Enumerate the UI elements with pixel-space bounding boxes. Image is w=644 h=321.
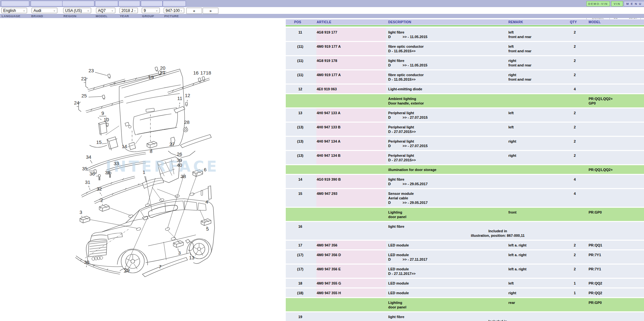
select-region[interactable]: USA (US)⌄ (63, 8, 91, 13)
part-row[interactable]: 124E0 919 063Light-emitting diode4 (286, 85, 644, 93)
callout-6[interactable]: 6 (204, 167, 207, 172)
article-number[interactable]: 4M0 947 355 G (317, 281, 341, 286)
part-row[interactable]: 114G8 919 177light fibreD >> - 11.05.201… (286, 28, 644, 41)
callout-2[interactable]: 2 (101, 197, 103, 203)
callout-35[interactable]: 35 (82, 166, 88, 171)
pos-cell: 15 (286, 191, 315, 196)
col-header-article: ARTICLE (317, 20, 331, 24)
group-row[interactable]: Lightingdoor panelfrontPR:GP0 (286, 208, 644, 221)
article-number[interactable]: 4M0 947 356 E (317, 267, 341, 271)
callout-27[interactable]: 27 (169, 141, 175, 147)
callout-1[interactable]: 1 (143, 169, 145, 175)
article-number[interactable]: 4H0 947 133 B (317, 125, 341, 129)
part-row[interactable]: (11)4G8 919 178light fibreD >> - 11.05.2… (286, 56, 644, 69)
callout-29[interactable]: 29 (124, 267, 130, 273)
select-model[interactable]: AQ7⌄ (96, 8, 115, 13)
prev-picture-button[interactable]: « (186, 8, 202, 14)
article-number[interactable]: 4M0 947 356 D (317, 253, 341, 257)
callout-8[interactable]: 8 (150, 148, 152, 154)
select-language[interactable]: English⌄ (1, 8, 27, 13)
callout-18[interactable]: 18 (206, 70, 211, 75)
part-row[interactable]: 134H0 947 133 APeripheral lightD >> - 27… (286, 108, 644, 122)
select-year[interactable]: 2018 J⌄ (120, 8, 138, 13)
callout-17[interactable]: 17 (200, 70, 206, 75)
part-row[interactable]: 174M0 947 356LED moduleleft a. right2PR:… (286, 241, 644, 249)
callout-10[interactable]: 10 (104, 117, 109, 122)
article-number[interactable]: 4M0 947 355 H (317, 291, 341, 295)
callout-28[interactable]: 28 (184, 119, 190, 125)
callout-4[interactable]: 4 (206, 199, 208, 205)
article-number[interactable]: 4E0 919 063 (317, 87, 337, 91)
part-row[interactable]: (11)4M0 919 177 Afibre optic conductorD … (286, 42, 644, 55)
article-number[interactable]: 4H0 947 133 A (317, 111, 341, 115)
callout-11[interactable]: 11 (177, 95, 182, 101)
header-divider-bar (286, 25, 644, 26)
description-cell: illumination for door storage (388, 167, 437, 172)
remark-cell: rightfront and rear (508, 73, 532, 82)
part-row[interactable]: (18)4M0 947 355 HLED moduleright1PR:QQ2 (286, 288, 644, 297)
callout-15[interactable]: 15 (96, 139, 102, 145)
callout-3[interactable]: 3 (178, 250, 181, 256)
callout-9[interactable]: 9 (101, 110, 104, 116)
callout-14[interactable]: 14 (122, 144, 127, 149)
part-row[interactable]: (13)4H0 947 134 APeripheral lightD >> - … (286, 137, 644, 150)
select-group[interactable]: 9⌄ (142, 8, 160, 13)
next-picture-button[interactable]: » (203, 8, 218, 14)
vin-button[interactable]: VIN (611, 1, 623, 6)
description-cell: light fibreD >> - 11.05.2015 (388, 30, 428, 39)
callout-16[interactable]: 16 (193, 70, 199, 75)
part-row[interactable]: (13)4H0 947 133 BPeripheral lightD - 27.… (286, 123, 644, 136)
callout-26[interactable]: 26 (177, 151, 182, 157)
part-row[interactable]: 144G0 919 390 Blight fibreD >> - 29.05.2… (286, 175, 644, 188)
part-row[interactable]: (17)4M0 947 356 DLED moduleD >> - 27.11.… (286, 250, 644, 264)
qty-cell: 1 (569, 291, 581, 295)
select-brand[interactable]: Audi⌄ (32, 8, 57, 13)
article-number[interactable]: 4M0 947 356 (317, 243, 337, 247)
part-row[interactable]: (13)4H0 947 134 BPeripheral lightD - 27.… (286, 151, 644, 164)
pos-cell: 13 (286, 111, 315, 115)
callout-25[interactable]: 25 (82, 93, 87, 98)
part-row[interactable]: (11)4M0 919 177 Afibre optic conductorD … (286, 70, 644, 84)
callout-5[interactable]: 5 (206, 226, 209, 232)
callout-21[interactable]: 21 (160, 70, 166, 75)
callout-32[interactable]: 32 (97, 186, 102, 192)
callout-22[interactable]: 22 (81, 76, 87, 81)
article-number[interactable]: 4G8 919 178 (317, 58, 337, 63)
callout-38[interactable]: 38 (181, 174, 186, 179)
callout-36[interactable]: 36 (90, 171, 95, 176)
callout-34[interactable]: 34 (86, 154, 91, 160)
article-number[interactable]: 4M0 919 177 A (317, 73, 341, 77)
callout-23[interactable]: 23 (89, 68, 94, 73)
article-number[interactable]: 4M0 919 177 A (317, 44, 341, 49)
menu-button[interactable]: M E N U (624, 1, 644, 6)
callout-33[interactable]: 33 (114, 161, 119, 166)
callout-40[interactable]: 40 (177, 162, 182, 168)
part-row[interactable]: 184M0 947 355 GLED moduleleft1PR:QQ2 (286, 279, 644, 287)
group-row[interactable]: Lightingdoor panelrearPR:GP0 (286, 298, 644, 311)
part-row[interactable]: 19light fibreIncluded in (286, 312, 644, 321)
description-cell: Lightingdoor panel (388, 300, 406, 309)
article-number[interactable]: 4H0 947 134 A (317, 139, 341, 144)
callout-19[interactable]: 19 (149, 75, 154, 80)
part-row[interactable]: 16light fibreIncluded inillustration, po… (286, 222, 644, 240)
chevron-down-icon: ⌄ (53, 8, 56, 12)
group-row[interactable]: illumination for door storagePR:QQ1,QQ2+ (286, 165, 644, 174)
article-number[interactable]: 4H0 947 134 B (317, 153, 341, 158)
select-picture[interactable]: 947-100⌄ (164, 8, 184, 13)
part-row[interactable]: 154M0 947 293Sensor moduleAerial cableD … (286, 189, 644, 207)
group-row[interactable]: Ambient lightingDoor handle, exteriorPR:… (286, 94, 644, 107)
callout-30[interactable]: 30 (84, 259, 90, 265)
callout-12[interactable]: 12 (185, 93, 190, 98)
callout-13[interactable]: 13 (189, 255, 195, 260)
article-number[interactable]: 4M0 947 293 (317, 191, 337, 196)
callout-3[interactable]: 3 (80, 209, 82, 215)
part-row[interactable]: (17)4M0 947 356 ELED moduleD - 27.11.201… (286, 265, 644, 278)
callout-31[interactable]: 31 (85, 179, 91, 185)
callout-7[interactable]: 7 (159, 264, 161, 269)
select-region-value: USA (US) (65, 8, 82, 13)
article-number[interactable]: 4G0 919 390 B (317, 177, 341, 182)
article-number[interactable]: 4G8 919 177 (317, 30, 337, 35)
callout-24[interactable]: 24 (74, 100, 80, 105)
callout-36[interactable]: 36 (105, 170, 111, 175)
demo-vin-button[interactable]: DEMO-VIN (586, 1, 610, 6)
